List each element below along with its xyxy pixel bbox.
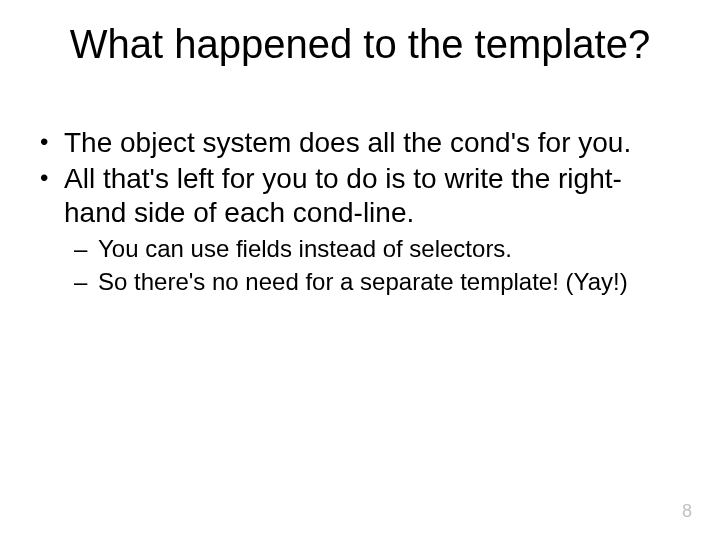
sub-bullet-text: So there's no need for a separate templa… bbox=[98, 268, 628, 295]
sub-bullet-item: You can use fields instead of selectors. bbox=[70, 234, 680, 265]
slide-title: What happened to the template? bbox=[0, 22, 720, 67]
sub-bullet-text: You can use fields instead of selectors. bbox=[98, 235, 512, 262]
bullet-list: The object system does all the cond's fo… bbox=[34, 126, 680, 298]
bullet-text: The object system does all the cond's fo… bbox=[64, 127, 631, 158]
bullet-item: All that's left for you to do is to writ… bbox=[34, 162, 680, 298]
slide: What happened to the template? The objec… bbox=[0, 0, 720, 540]
bullet-item: The object system does all the cond's fo… bbox=[34, 126, 680, 160]
sub-bullet-list: You can use fields instead of selectors.… bbox=[64, 234, 680, 297]
sub-bullet-item: So there's no need for a separate templa… bbox=[70, 267, 680, 298]
slide-body: The object system does all the cond's fo… bbox=[34, 126, 680, 300]
bullet-text: All that's left for you to do is to writ… bbox=[64, 163, 622, 228]
page-number: 8 bbox=[682, 501, 692, 522]
